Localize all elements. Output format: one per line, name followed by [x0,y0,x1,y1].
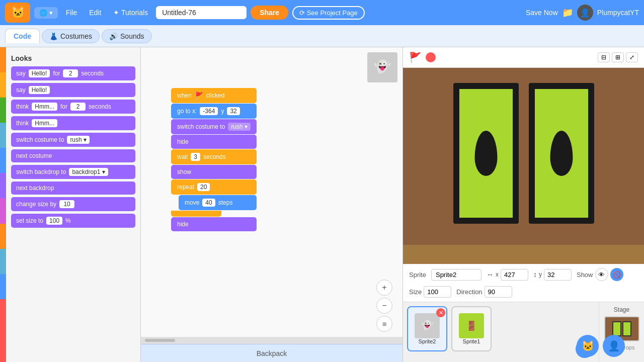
right-panel: 🚩 ⊟ ⊞ ⤢ [403,47,644,362]
repeat-close: ↩ [171,211,221,217]
project-title-input[interactable] [156,6,247,19]
avatar: 👤 [577,5,593,21]
block-next-backdrop[interactable]: next backdrop [11,182,135,195]
stage-small-button[interactable]: ⊟ [598,52,610,62]
tab-code[interactable]: Code [5,29,40,43]
block-repeat-container: repeat 20 move 40 steps ↩ [171,179,257,217]
hide-eye-button[interactable]: 🚫 [610,268,623,281]
stop-button[interactable] [426,52,436,62]
sprite-name-input[interactable] [431,269,481,281]
show-group: Show 👁 🚫 [577,268,623,281]
sprite-info-panel: Sprite ↔ x ↕ y Show 👁 🚫 Size [403,264,644,302]
category-title: Looks [11,54,135,62]
username[interactable]: PlumpycatYT [597,9,639,17]
sprite-item-sprite2[interactable]: ✕ 👻 Sprite2 [407,306,447,351]
x-input[interactable] [501,269,528,281]
backpack-bar[interactable]: Backpack [141,344,403,362]
x-coord-group: ↔ x [487,269,528,281]
block-repeat[interactable]: repeat 20 [171,179,257,195]
y-coord-group: ↕ y [533,269,572,281]
stage-medium-button[interactable]: ⊞ [612,52,624,62]
block-show[interactable]: show [171,165,257,179]
block-wait-seconds[interactable]: wait 3 seconds [171,149,257,164]
door-container [453,83,594,224]
block-say-hello-seconds[interactable]: say Hello! for 2 seconds [11,66,135,80]
block-switch-backdrop[interactable]: switch backdrop to backdrop1 ▾ [11,165,135,179]
zoom-out-button[interactable]: − [376,298,392,314]
direction-label: Direction [456,288,482,296]
sprite2-name: Sprite2 [419,338,436,344]
zoom-in-button[interactable]: + [376,280,392,296]
block-say-hello[interactable]: say Hello! [11,83,135,97]
direction-input[interactable] [485,286,512,298]
green-flag-button[interactable]: 🚩 [409,51,422,63]
y-label: y [539,271,542,278]
tab-sounds[interactable]: 🔊 Sounds [102,29,151,43]
left-panel: Looks say Hello! for 2 seconds say Hello… [0,47,141,362]
door-right-hole [550,131,573,176]
tab-costumes[interactable]: 👗 Costumes [42,29,100,43]
block-switch-costume[interactable]: switch costume to rush ▾ [11,133,135,147]
script-block-stack: when 🚩 clicked go to x: -364 y 32 switch… [171,87,257,232]
save-now-button[interactable]: Save Now [526,9,558,17]
topbar: 🐱 🌐 ▾ File Edit ✦ Tutorials Share ⟳ See … [0,0,644,25]
block-change-size[interactable]: change size by 10 [11,197,135,211]
door-left [453,83,519,224]
stage-controls: 🚩 ⊟ ⊞ ⤢ [403,47,644,68]
zoom-controls: + − ⊞ [376,280,392,332]
sprite1-thumb: 🚪 [459,313,484,338]
sprite-delete-button[interactable]: ✕ [436,308,445,317]
sprite2-thumb: 👻 [415,313,440,338]
direction-group: Direction [456,286,512,298]
floor [403,245,644,264]
blocks-panel: Looks say Hello! for 2 seconds say Hello… [6,47,140,362]
scratch-logo: 🐱 [5,3,30,23]
see-project-button[interactable]: ⟳ See Project Page [292,6,365,20]
door-left-hole [474,131,497,176]
size-group: Size [409,286,451,298]
block-move-steps[interactable]: move 40 steps [179,195,257,210]
y-input[interactable] [544,269,572,281]
stage-large-button[interactable]: ⤢ [626,52,638,62]
stage-panel-label: Stage [614,306,629,313]
x-label: x [496,271,499,278]
sprite1-name: Sprite1 [463,338,480,344]
stage-size-buttons: ⊟ ⊞ ⤢ [598,52,638,62]
size-label: Size [409,288,422,296]
block-go-to-xy[interactable]: go to x: -364 y 32 [171,104,257,119]
sounds-icon: 🔊 [109,32,118,40]
block-switch-costume-script[interactable]: switch costume to rush ▾ [171,119,257,134]
sprite-item-sprite1[interactable]: 🚪 Sprite1 [451,306,492,351]
block-think-hmm-seconds[interactable]: think Hmm... for 2 seconds [11,100,135,114]
main-area: Looks say Hello! for 2 seconds say Hello… [0,47,644,362]
block-hide[interactable]: hide [171,135,257,149]
cat-chat-button[interactable]: 🐱 [577,335,599,357]
block-think-hmm[interactable]: think Hmm... [11,116,135,130]
stage-display [403,68,644,264]
edit-menu[interactable]: Edit [85,7,105,19]
file-menu[interactable]: File [62,7,82,19]
flag-icon: 🚩 [195,92,203,100]
folder-icon[interactable]: 📁 [562,7,573,18]
repeat-body: move 40 steps [179,195,257,210]
block-hide-end[interactable]: hide [171,217,257,231]
block-next-costume[interactable]: next costume [11,149,135,162]
category-sidebar[interactable] [0,47,6,362]
scrollbar[interactable] [141,337,403,344]
help-button[interactable]: 👤 [603,335,625,357]
sprite-label: Sprite [409,271,426,279]
tabbar: Code 👗 Costumes 🔊 Sounds [0,25,644,47]
door-right [529,83,594,224]
scrollbar-thumb [145,339,175,342]
share-button[interactable]: Share [251,6,288,20]
costumes-icon: 👗 [49,32,58,40]
backpack-label: Backpack [257,349,287,357]
tutorials-button[interactable]: ✦ Tutorials [109,7,152,19]
show-eye-button[interactable]: 👁 [595,268,608,281]
fit-button[interactable]: ⊞ [376,316,392,332]
block-when-flag-clicked[interactable]: when 🚩 clicked [171,88,257,103]
globe-button[interactable]: 🌐 ▾ [34,7,58,19]
stage-canvas [403,68,644,264]
size-input[interactable] [424,286,451,298]
block-set-size[interactable]: set size to 100 % [11,214,135,228]
